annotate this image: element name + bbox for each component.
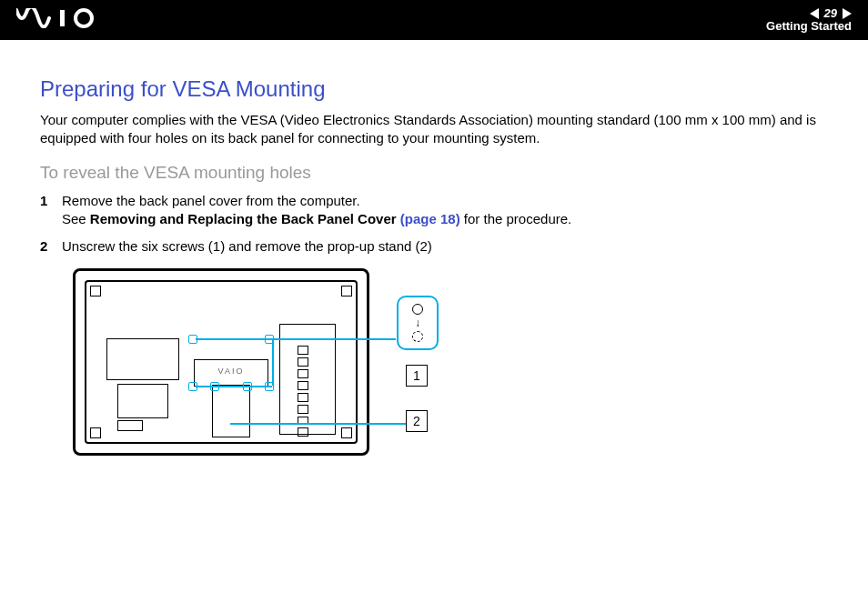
svg-point-1 (76, 10, 92, 26)
step-text: Remove the back panel cover from the com… (62, 193, 360, 208)
corner-block (341, 427, 352, 438)
callout-line (196, 338, 396, 340)
header-nav: 29 Getting Started (766, 7, 852, 34)
step-body: Remove the back panel cover from the com… (62, 192, 828, 229)
stand-plate: VAIO (194, 359, 268, 387)
corner-block (341, 286, 352, 296)
section-label: Getting Started (766, 20, 852, 33)
callout-label-2: 2 (406, 410, 428, 432)
stand-column (212, 385, 250, 437)
intro-paragraph: Your computer complies with the VESA (Vi… (40, 111, 828, 148)
monitor-inner: VAIO (85, 280, 358, 444)
step-text-prefix: See (62, 211, 90, 226)
steps-list: 1 Remove the back panel cover from the c… (40, 192, 828, 256)
arrow-down-icon: ↓ (415, 317, 420, 328)
slot (117, 420, 143, 431)
header-bar: 29 Getting Started (0, 0, 868, 40)
stand-brand-label: VAIO (195, 367, 267, 376)
next-page-icon[interactable] (843, 8, 852, 19)
page-link[interactable]: (page 18) (400, 211, 460, 226)
screw-icon (412, 304, 423, 315)
prev-page-icon[interactable] (810, 8, 819, 19)
step-bold-text: Removing and Replacing the Back Panel Co… (90, 211, 400, 226)
subheading: To reveal the VESA mounting holes (40, 163, 828, 183)
panel-left (106, 338, 179, 380)
step-text-suffix: for the procedure. (460, 211, 572, 226)
screw-removed-icon (412, 331, 423, 342)
corner-block (90, 286, 101, 296)
callout-line (230, 423, 412, 425)
panel-left-lower (117, 384, 168, 418)
step-text: Unscrew the six screws (1) and remove th… (62, 238, 432, 254)
diagram: VAIO ↓ (73, 268, 473, 468)
page-heading: Preparing for VESA Mounting (40, 76, 828, 102)
monitor-outline: VAIO (73, 268, 369, 456)
callout-label-1: 1 (406, 365, 428, 387)
callout-detail: ↓ (397, 296, 439, 350)
vaio-logo (16, 8, 104, 32)
corner-block (90, 427, 101, 438)
page-content: Preparing for VESA Mounting Your compute… (0, 40, 868, 468)
callout-line (196, 386, 272, 387)
svg-rect-0 (60, 10, 65, 26)
page-number: 29 (824, 7, 837, 20)
step-body: Unscrew the six screws (1) and remove th… (62, 237, 828, 256)
step-number: 1 (40, 192, 62, 229)
step-item: 2 Unscrew the six screws (1) and remove … (40, 237, 828, 256)
step-number: 2 (40, 237, 62, 256)
step-item: 1 Remove the back panel cover from the c… (40, 192, 828, 229)
callout-line (272, 338, 274, 386)
